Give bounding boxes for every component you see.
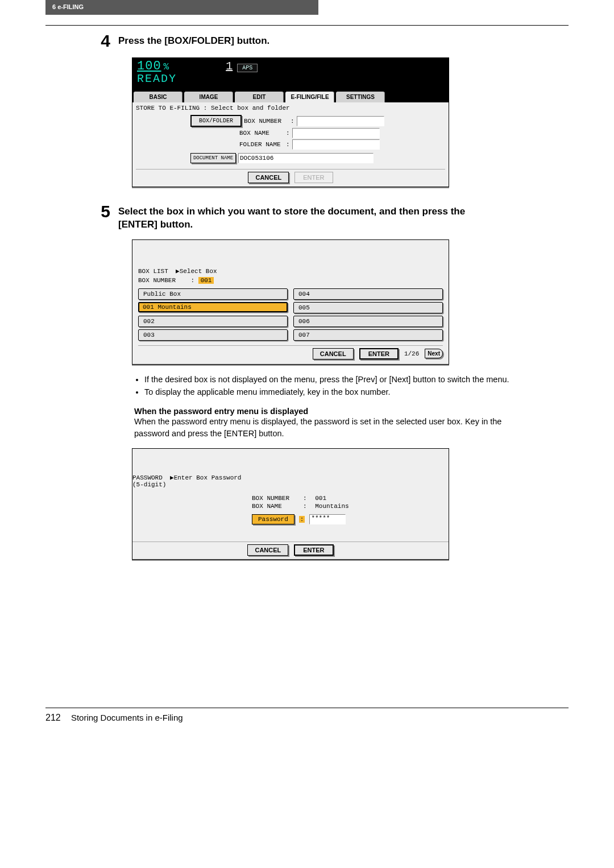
step-4-title: Press the [BOX/FOLDER] button. xyxy=(118,35,269,48)
tab-efiling-file[interactable]: E-FILING/FILE xyxy=(285,91,335,102)
copy-ratio: 100 xyxy=(137,59,161,73)
step-4-number: 4 xyxy=(94,32,110,49)
step-5-number: 5 xyxy=(94,203,110,220)
tab-image[interactable]: IMAGE xyxy=(184,91,234,102)
tab-basic[interactable]: BASIC xyxy=(133,91,183,102)
ready-status: READY xyxy=(132,72,449,85)
page-header: 6 e-FILING xyxy=(45,0,97,14)
note-1: If the desired box is not displayed on t… xyxy=(144,374,546,385)
step-5-title: Select the box in which you want to stor… xyxy=(118,205,493,232)
box-folder-button[interactable]: BOX/FOLDER xyxy=(190,115,242,127)
box-list-instruction: ▶Select Box xyxy=(176,268,217,275)
copy-ratio-pct: % xyxy=(164,62,169,72)
box-name-label: BOX NAME xyxy=(239,130,284,137)
page-footer: 212 Storing Documents in e-Filing xyxy=(45,713,614,723)
box-item-003[interactable]: 003 xyxy=(138,329,288,341)
footer-rule xyxy=(45,708,569,708)
document-name-button[interactable]: DOCUMENT NAME xyxy=(190,153,236,163)
box-list-label: BOX LIST xyxy=(138,268,168,275)
password-section-para: When the password entry menu is displaye… xyxy=(134,416,534,439)
top-rule xyxy=(45,25,569,26)
tab-edit[interactable]: EDIT xyxy=(234,91,284,102)
password-label: PASSWORD xyxy=(132,474,163,481)
box-item-public[interactable]: Public Box xyxy=(138,288,288,300)
enter-button[interactable]: ENTER xyxy=(294,544,333,556)
cancel-button[interactable]: CANCEL xyxy=(248,172,289,183)
box-number-label: BOX NUMBER xyxy=(244,118,288,125)
password-input[interactable]: ***** xyxy=(309,514,346,524)
cancel-button[interactable]: CANCEL xyxy=(247,544,288,556)
box-item-007[interactable]: 007 xyxy=(293,329,443,341)
document-name-field[interactable]: DOC053106 xyxy=(238,153,374,163)
screenshot-box-list: BOX LIST ▶Select Box BOX NUMBER : 001 Pu… xyxy=(132,239,449,365)
footer-title: Storing Documents in e-Filing xyxy=(71,713,183,722)
password-instruction: ▶Enter Box Password xyxy=(170,474,241,481)
pw-box-name-value: Mountains xyxy=(315,503,349,510)
copy-count: 1 xyxy=(226,60,233,73)
folder-name-field[interactable] xyxy=(292,139,380,150)
password-button[interactable]: Password xyxy=(252,514,294,524)
box-item-004[interactable]: 004 xyxy=(293,288,443,300)
instruction-text: STORE TO E-FILING : Select box and folde… xyxy=(136,105,445,111)
next-button[interactable]: Next xyxy=(425,349,443,358)
box-item-001-selected[interactable]: 001 Mountains xyxy=(138,302,288,312)
note-2: To display the applicable menu immediate… xyxy=(144,386,546,398)
folder-name-label: FOLDER NAME xyxy=(239,141,284,148)
screenshot-efiling-panel: 100 % 1 APS READY BASIC IMAGE EDIT E-FIL… xyxy=(132,57,449,187)
screenshot-password-panel: PASSWORD ▶Enter Box Password (5-digit) B… xyxy=(132,448,449,560)
page-number: 212 xyxy=(45,713,61,722)
aps-indicator: APS xyxy=(237,64,258,72)
box-item-002[interactable]: 002 xyxy=(138,316,288,327)
box-item-005[interactable]: 005 xyxy=(293,302,443,313)
box-number-highlighted: 001 xyxy=(198,277,214,284)
pw-box-number-label: BOX NUMBER xyxy=(252,495,301,502)
box-name-field[interactable] xyxy=(292,128,380,138)
enter-button[interactable]: ENTER xyxy=(359,348,399,359)
notes-list: If the desired box is not displayed on t… xyxy=(134,374,569,398)
page-indicator: 1/26 xyxy=(404,350,419,357)
box-number-field[interactable] xyxy=(297,116,384,126)
pw-box-number-value: 001 xyxy=(315,495,326,502)
enter-button-disabled: ENTER xyxy=(294,172,333,183)
cancel-button[interactable]: CANCEL xyxy=(313,348,354,359)
password-section-heading: When the password entry menu is displaye… xyxy=(134,407,569,416)
tab-settings[interactable]: SETTINGS xyxy=(335,91,385,102)
box-item-006[interactable]: 006 xyxy=(293,316,443,327)
pw-box-name-label: BOX NAME xyxy=(252,503,301,510)
password-digits-hint: (5-digit) xyxy=(132,481,166,488)
box-number-label: BOX NUMBER xyxy=(138,277,176,284)
